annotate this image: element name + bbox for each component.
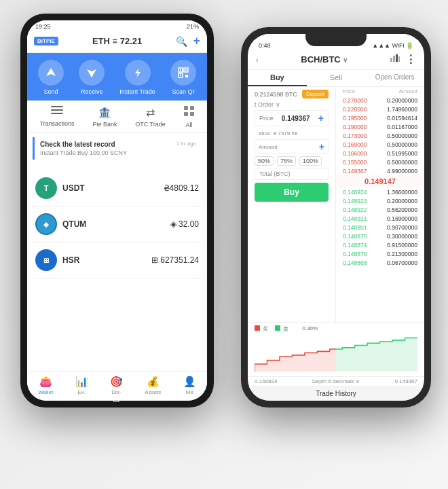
back-btn[interactable]: ↵ xyxy=(93,393,100,403)
send-action[interactable]: Send xyxy=(38,60,64,95)
asset-list: T USDT ₴4809.12 ◈ QTUM ◈ 32.00 ⊞ HSR xyxy=(27,170,207,371)
otc-label: OTC Trade xyxy=(135,121,166,128)
price-label: Price xyxy=(259,115,274,122)
more-icon[interactable]: ⋮ xyxy=(405,53,416,66)
order-row: 0.270000 0.20000000 xyxy=(336,96,424,105)
pie-bank-icon: 🏦 xyxy=(98,106,111,119)
buy-price-8: 0.148870 xyxy=(343,251,367,257)
all-label: All xyxy=(186,122,193,128)
svg-rect-20 xyxy=(398,56,400,62)
balance-value: 0.2124598 BTC xyxy=(255,91,297,98)
chart-icon[interactable] xyxy=(390,53,400,66)
svg-rect-15 xyxy=(184,112,188,116)
hsr-name: HSR xyxy=(62,255,79,265)
pct-100[interactable]: 100% xyxy=(299,156,322,166)
price-input-row: Price 0.149367 + xyxy=(255,110,329,126)
buy-button[interactable]: Buy xyxy=(255,183,329,202)
search-icon[interactable]: 🔍 xyxy=(176,36,187,47)
trade-history-button[interactable]: Trade History xyxy=(248,386,424,401)
notif-subtitle: Instant Trade Buy 100.00 SCNY xyxy=(40,149,127,156)
nav-all[interactable]: All xyxy=(184,106,195,128)
order-type[interactable]: t Order ∨ xyxy=(255,101,329,108)
col-headers: Price Amount xyxy=(336,87,424,96)
order-row: 0.148875 0.30000000 xyxy=(336,232,424,240)
home-btn[interactable]: ◻ xyxy=(113,393,120,403)
order-row: 0.155000 0.50000000 xyxy=(336,158,424,166)
svg-marker-0 xyxy=(46,68,56,76)
otc-icon: ⇄ xyxy=(146,106,155,119)
bnav-me[interactable]: 👤 Me xyxy=(183,376,196,395)
nav-pie-bank[interactable]: 🏦 Pie Bank xyxy=(92,106,117,128)
add-icon[interactable]: + xyxy=(193,34,200,48)
sell-amt-8: 0.50000000 xyxy=(387,159,417,166)
deposit-button[interactable]: Deposit xyxy=(302,90,329,98)
all-icon xyxy=(184,106,195,120)
dropdown-chevron-icon[interactable]: ∨ xyxy=(343,56,348,64)
bnav-wallet[interactable]: 👛 Wallet xyxy=(38,376,53,395)
pct-50[interactable]: 50% xyxy=(255,156,274,166)
order-row: 0.148923 0.20000000 xyxy=(336,196,424,205)
total-row: Total (BTC) xyxy=(255,168,329,180)
hsr-icon: ⊞ xyxy=(35,249,57,271)
receive-action[interactable]: Receive xyxy=(79,60,105,95)
pair-title: BCH/BTC ∨ xyxy=(301,54,348,65)
svg-rect-10 xyxy=(51,106,63,107)
legend-sell: 卖 xyxy=(275,325,288,333)
depth-xmax: 0.149367 xyxy=(395,378,417,384)
buy-form: 0.2124598 BTC Deposit t Order ∨ Price 0.… xyxy=(248,87,336,322)
asset-usdt[interactable]: T USDT ₴4809.12 xyxy=(33,170,202,206)
notif-title: Check the latest record xyxy=(40,141,127,148)
notification-bar: Check the latest record Instant Trade Bu… xyxy=(33,137,202,160)
bitpie-logo: BITPIE xyxy=(34,37,58,46)
nav-transactions[interactable]: Transactions xyxy=(39,106,74,128)
recent-btn[interactable]: ← xyxy=(132,393,141,403)
estimation-row: ation: ¥ 7379.58 xyxy=(255,129,329,138)
tab-sell[interactable]: Sell xyxy=(307,70,366,86)
assets-label: Assets xyxy=(145,389,161,395)
order-row: 0.173000 0.50000000 xyxy=(336,131,424,140)
sell-price-6: 0.169000 xyxy=(343,141,367,148)
amount-label: Amount xyxy=(259,144,278,150)
buy-amt-7: 0.91500000 xyxy=(387,242,417,249)
sell-price-8: 0.155000 xyxy=(343,159,367,166)
order-row: 0.190000 0.01167000 xyxy=(336,122,424,131)
order-row: 0.148921 0.16900000 xyxy=(336,214,424,223)
bnav-ex[interactable]: 📊 Ex. xyxy=(75,376,88,395)
nav-otc-trade[interactable]: ⇄ OTC Trade xyxy=(135,106,166,128)
scan-qr-label: Scan Qr xyxy=(172,88,194,95)
usdt-amount: ₴4809.12 xyxy=(164,183,199,193)
asset-qtum[interactable]: ◈ QTUM ◈ 32.00 xyxy=(33,206,202,242)
sell-price-1: 0.270000 xyxy=(343,97,367,104)
buy-amt-6: 0.30000000 xyxy=(387,233,417,240)
amount-col-header: Amount xyxy=(398,88,417,94)
price-plus-btn[interactable]: + xyxy=(318,113,324,124)
decimals-value: 6 decimals xyxy=(329,378,354,384)
eth-balance: ETH ≡ 72.21 xyxy=(92,36,142,46)
sell-amt-6: 0.50000000 xyxy=(387,141,417,148)
pct-75[interactable]: 75% xyxy=(277,156,296,166)
buy-amt-1: 1.36600000 xyxy=(387,189,417,196)
depth-row: 0.148924 Depth 6 decimals ∨ 0.149367 xyxy=(248,376,424,386)
sell-legend-dot xyxy=(275,325,280,331)
qr-icon xyxy=(170,60,196,86)
buy-price-9: 0.148868 xyxy=(343,259,367,266)
buy-orders: 0.148924 1.36600000 0.148923 0.20000000 … xyxy=(336,187,424,267)
bnav-dis[interactable]: 🎯 Dis- xyxy=(110,376,123,395)
price-value[interactable]: 0.149367 xyxy=(282,115,310,122)
tab-open-orders[interactable]: Open Orders xyxy=(365,70,424,86)
buy-amt-4: 0.16900000 xyxy=(387,215,417,222)
depth-chevron-icon[interactable]: ∨ xyxy=(356,378,360,384)
tab-buy[interactable]: Buy xyxy=(248,70,307,86)
asset-hsr[interactable]: ⊞ HSR ⊞ 627351.24 xyxy=(33,242,202,278)
qtum-name: QTUM xyxy=(62,219,86,229)
instant-trade-action[interactable]: Instant Trade xyxy=(119,60,155,95)
bnav-assets[interactable]: 💰 Assets xyxy=(145,376,161,395)
svg-rect-16 xyxy=(190,112,194,116)
amount-plus-btn[interactable]: + xyxy=(319,141,324,152)
receive-icon xyxy=(79,60,105,86)
asset-hsr-left: ⊞ HSR xyxy=(35,249,79,271)
back-chevron-icon[interactable]: ‹ xyxy=(256,56,259,64)
android-screen: 19:25 21% BITPIE ETH ≡ 72.21 🔍 + Send xyxy=(27,20,207,401)
spacer xyxy=(27,164,207,170)
scan-qr-action[interactable]: Scan Qr xyxy=(170,60,196,95)
